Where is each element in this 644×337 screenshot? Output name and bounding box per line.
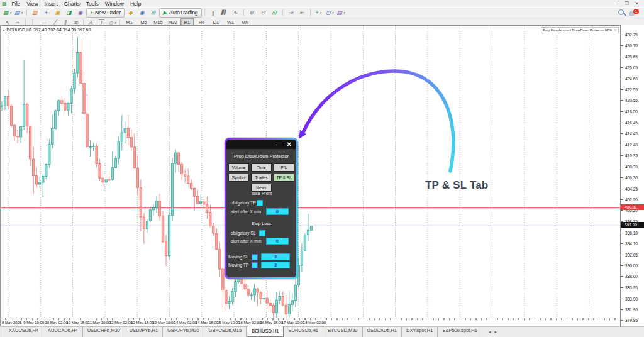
data-window-button[interactable]: + bbox=[41, 8, 52, 18]
minimize-icon[interactable]: – bbox=[616, 1, 618, 6]
tab-prev-icon[interactable]: ◂ bbox=[489, 329, 491, 334]
community-icon: ◉ bbox=[140, 9, 145, 16]
new-order-button[interactable]: +New Order bbox=[86, 8, 125, 18]
panel-tab-trades[interactable]: Trades bbox=[251, 174, 272, 182]
tab-next-icon[interactable]: ▸ bbox=[494, 329, 497, 334]
metaeditor-icon: ◆ bbox=[128, 9, 133, 16]
time-axis-label: 13 May 10:00 bbox=[152, 321, 175, 324]
time-axis-label: 12 May 02:00 bbox=[109, 321, 132, 324]
prop-drawdown-protector-panel[interactable]: — ✕ Prop DrawDown Protector VolumeTimeP/… bbox=[225, 138, 298, 279]
menu-item-tools[interactable]: Tools bbox=[83, 1, 102, 7]
panel-minimize-icon[interactable]: — bbox=[277, 143, 282, 146]
chart-tab-s-p500-spot-h1[interactable]: S&P500.spot,H1 bbox=[438, 326, 482, 337]
moving-sl-checkbox[interactable] bbox=[252, 254, 258, 260]
price-axis-label: 390.00 bbox=[625, 263, 638, 268]
zoom-in-button[interactable]: ⊕ bbox=[247, 8, 257, 18]
menu-item-file[interactable]: File bbox=[9, 1, 24, 7]
chart-tab-dxy-spot-h1[interactable]: DXY.spot,H1 bbox=[402, 326, 438, 337]
autotrading-button[interactable]: ▶AutoTrading bbox=[159, 8, 202, 18]
take-profit-heading: Take Profit bbox=[226, 191, 296, 196]
strategy-tester-button[interactable]: ◉ bbox=[75, 8, 86, 18]
chart-tab-bchusd-h1[interactable]: BCHUSD,H1 bbox=[247, 326, 284, 337]
mt4-window: ▦ FileViewInsertChartsToolsWindowHelp – … bbox=[0, 0, 644, 337]
obligatory-sl-row: obligatory SL bbox=[226, 229, 296, 236]
profiles-button[interactable]: ▤▾ bbox=[13, 8, 24, 18]
chart-tab-gbpusdb-m15[interactable]: GBPUSDb,M15 bbox=[204, 326, 247, 337]
sl-alert-row: alert after X min: bbox=[226, 238, 296, 245]
periods-button[interactable]: ◷▾ bbox=[325, 8, 335, 18]
moving-tp-label: Moving TP bbox=[228, 263, 248, 267]
website-button[interactable]: ⊛ bbox=[148, 8, 158, 18]
toolbar-separator bbox=[282, 9, 283, 16]
chart-tab-usdjpyb-h1[interactable]: USDJPYb,H1 bbox=[125, 326, 163, 337]
menu-item-help[interactable]: Help bbox=[127, 1, 144, 7]
obligatory-tp-checkbox[interactable] bbox=[257, 200, 263, 206]
panel-tab-symbol[interactable]: Symbol bbox=[228, 174, 249, 182]
autotrading-label: AutoTrading bbox=[169, 9, 198, 16]
moving-tp-input[interactable] bbox=[261, 262, 290, 268]
chart-tab-xauusdb-h4[interactable]: XAUUSDb,H4 bbox=[4, 326, 43, 337]
indicators-button[interactable]: +▾ bbox=[313, 8, 324, 18]
price-axis-label: 426.65 bbox=[625, 65, 638, 70]
tp-alert-input[interactable] bbox=[266, 208, 289, 215]
sl-alert-label: alert after X min: bbox=[231, 239, 262, 243]
price-axis-label: 392.05 bbox=[625, 253, 638, 257]
templates-button[interactable]: ▤▾ bbox=[336, 8, 347, 18]
expand-icon[interactable]: ▾ bbox=[3, 28, 5, 32]
chart-tab-eurusdb-h1[interactable]: EURUSDb,H1 bbox=[284, 326, 323, 337]
metaeditor-button[interactable]: ◆ bbox=[125, 8, 136, 18]
candlestick-button[interactable]: ▋▍ bbox=[219, 8, 230, 18]
panel-tab-tp-sl[interactable]: TP & SL bbox=[274, 174, 294, 182]
time-axis[interactable]: 8 May 20259 May 10:0010 May 02:0010 May … bbox=[0, 318, 620, 326]
price-axis[interactable]: 432.75430.70428.65426.65424.60422.55420.… bbox=[620, 25, 644, 326]
menu-item-view[interactable]: View bbox=[23, 1, 41, 7]
moving-tp-checkbox[interactable] bbox=[252, 262, 258, 268]
price-axis-label: 385.95 bbox=[625, 285, 638, 290]
terminal-button[interactable]: ◨ bbox=[64, 8, 74, 18]
notifications-button[interactable]: 1 bbox=[628, 9, 639, 17]
obligatory-sl-checkbox[interactable] bbox=[259, 230, 265, 236]
panel-tab-time[interactable]: Time bbox=[251, 163, 272, 172]
price-axis-label: 420.55 bbox=[625, 98, 638, 102]
globe-icon: ⊛ bbox=[151, 9, 156, 16]
community-button[interactable]: ◉ bbox=[136, 8, 147, 18]
moving-sl-input[interactable] bbox=[261, 253, 290, 260]
close-icon[interactable]: ✕ bbox=[635, 1, 639, 6]
chart-ohlc-header: ▾ BCHUSD,H1 397.49 397.84 394.39 397.60 bbox=[3, 28, 91, 32]
moving-sl-label: Moving SL bbox=[228, 255, 248, 259]
chart-left-splitter[interactable] bbox=[0, 25, 1, 326]
tab-scroll-arrows: ◂ ▸ bbox=[489, 329, 497, 334]
market-watch-icon: ▥ bbox=[32, 9, 38, 16]
navigator-button[interactable]: ▣ bbox=[52, 8, 63, 18]
new-chart-button[interactable]: ▦▾ bbox=[2, 8, 13, 18]
auto-scroll-button[interactable]: ⇥ bbox=[286, 8, 296, 18]
menu-item-insert[interactable]: Insert bbox=[42, 1, 61, 7]
chart-tab-gbpjpyb-m30[interactable]: GBPJPYb,M30 bbox=[163, 326, 204, 337]
bar-chart-button[interactable]: ||| bbox=[208, 8, 218, 18]
line-chart-button[interactable]: ∿ bbox=[230, 8, 241, 18]
price-axis-label: 383.90 bbox=[625, 297, 638, 301]
zoom-out-button[interactable]: ⊖ bbox=[258, 8, 269, 18]
panel-tab-volume[interactable]: Volume bbox=[228, 163, 249, 172]
menu-item-window[interactable]: Window bbox=[102, 1, 127, 7]
restore-icon[interactable]: ❐ bbox=[625, 1, 629, 6]
price-axis-label: 404.25 bbox=[625, 187, 638, 191]
chart-tab-btcusd-m30[interactable]: BTCUSD,M30 bbox=[323, 326, 363, 337]
panel-close-icon[interactable]: ✕ bbox=[287, 141, 292, 148]
panel-tab-p-l[interactable]: P/L bbox=[274, 163, 294, 172]
menu-item-charts[interactable]: Charts bbox=[61, 1, 83, 7]
market-watch-button[interactable]: ▥ bbox=[30, 8, 40, 18]
chart-shift-button[interactable]: ⇤ bbox=[297, 8, 308, 18]
sl-alert-input[interactable] bbox=[266, 238, 289, 245]
chevron-down-icon: ▾ bbox=[343, 11, 345, 14]
menu-bar: ▦ FileViewInsertChartsToolsWindowHelp – … bbox=[0, 0, 644, 7]
chart-area[interactable]: ▾ BCHUSD,H1 397.49 397.84 394.39 397.60 … bbox=[0, 25, 620, 318]
chart-tab-usdcadb-h1[interactable]: USDCADb,H1 bbox=[363, 326, 402, 337]
chart-tab-usdchfb-m30[interactable]: USDCHFb,M30 bbox=[83, 326, 125, 337]
chevron-down-icon: ▾ bbox=[21, 11, 23, 14]
search-button[interactable] bbox=[617, 9, 626, 17]
vertical-line-icon: │ bbox=[31, 19, 35, 26]
clock-icon: ◷ bbox=[326, 9, 331, 16]
chart-tab-audcadb-h4[interactable]: AUDCADb,H4 bbox=[43, 326, 83, 337]
tile-windows-button[interactable]: ⊞ bbox=[269, 8, 280, 18]
